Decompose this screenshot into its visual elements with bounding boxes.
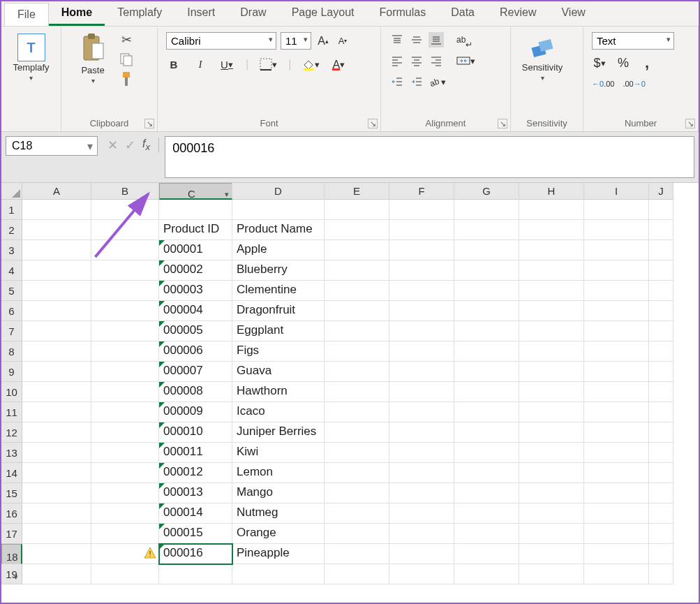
warning-icon[interactable]: ! [144, 547, 156, 559]
cell[interactable] [649, 260, 673, 281]
cell[interactable] [22, 564, 91, 584]
cell[interactable] [454, 321, 519, 341]
align-right-button[interactable] [429, 53, 444, 68]
decrease-indent-button[interactable] [389, 74, 405, 89]
cell[interactable] [519, 483, 584, 503]
cell[interactable]: 000015 [159, 524, 232, 544]
cell[interactable]: 000007 [159, 362, 232, 382]
cell[interactable] [91, 362, 159, 382]
cell[interactable] [232, 200, 325, 220]
decrease-font-icon[interactable]: A▾ [335, 34, 350, 49]
cell[interactable] [584, 524, 649, 544]
cell[interactable] [649, 443, 673, 463]
cell[interactable] [325, 463, 389, 483]
cell[interactable] [22, 503, 91, 524]
cell[interactable] [454, 220, 519, 240]
row-header-13[interactable]: 13 [1, 443, 22, 463]
cell[interactable] [389, 200, 454, 220]
cell[interactable]: 000006 [159, 341, 232, 362]
cell[interactable] [454, 422, 519, 443]
cell[interactable] [649, 544, 673, 564]
cell[interactable] [584, 321, 649, 341]
clipboard-dialog-launcher[interactable]: ↘ [144, 119, 154, 128]
cell[interactable] [519, 281, 584, 301]
cell[interactable] [325, 281, 389, 301]
cell[interactable] [584, 281, 649, 301]
tab-home[interactable]: Home [49, 1, 105, 26]
cell[interactable] [325, 260, 389, 281]
cell[interactable] [649, 301, 673, 321]
cell[interactable] [519, 341, 584, 362]
row-header-11[interactable]: 11 [1, 402, 22, 422]
cell[interactable] [389, 281, 454, 301]
cell[interactable] [22, 200, 91, 220]
cell[interactable] [454, 524, 519, 544]
cell[interactable]: Clementine [232, 281, 325, 301]
cell[interactable] [91, 524, 159, 544]
cell[interactable] [91, 483, 159, 503]
cell[interactable]: 000005 [159, 321, 232, 341]
cell[interactable] [649, 220, 673, 240]
bold-button[interactable]: B [166, 57, 181, 72]
cell[interactable] [91, 402, 159, 422]
cell[interactable]: Guava [232, 362, 325, 382]
cell[interactable] [22, 321, 91, 341]
cell[interactable] [22, 483, 91, 503]
cell[interactable]: 000012 [159, 463, 232, 483]
cell[interactable] [91, 200, 159, 220]
font-size-select[interactable]: 11 [281, 32, 311, 50]
formula-input[interactable]: 000016 [165, 136, 694, 178]
orientation-button[interactable]: ab ▾ [429, 74, 446, 89]
cell[interactable] [454, 564, 519, 584]
cell[interactable] [519, 362, 584, 382]
paste-button[interactable]: Paste ▾ [68, 31, 117, 87]
cell[interactable] [649, 382, 673, 402]
cell[interactable] [649, 524, 673, 544]
cell[interactable] [584, 422, 649, 443]
cell[interactable]: 000011 [159, 443, 232, 463]
cell[interactable] [325, 564, 389, 584]
cell[interactable] [454, 281, 519, 301]
row-header-1[interactable]: 1 [1, 200, 22, 220]
row-header-12[interactable]: 12 [1, 422, 22, 443]
cell[interactable] [389, 443, 454, 463]
cell[interactable] [584, 362, 649, 382]
cell[interactable] [649, 321, 673, 341]
cell[interactable] [22, 382, 91, 402]
row-header-9[interactable]: 9 [1, 362, 22, 382]
cell[interactable] [22, 281, 91, 301]
align-center-button[interactable] [409, 53, 424, 68]
cell[interactable]: Figs [232, 341, 325, 362]
cell[interactable]: 000004 [159, 301, 232, 321]
cell[interactable]: Apple [232, 240, 325, 260]
cell[interactable]: 000002 [159, 260, 232, 281]
cell[interactable]: Icaco [232, 402, 325, 422]
cell[interactable] [325, 341, 389, 362]
cell[interactable] [649, 422, 673, 443]
cell[interactable] [91, 564, 159, 584]
cell[interactable]: Orange [232, 524, 325, 544]
cell[interactable] [519, 524, 584, 544]
cell[interactable] [584, 382, 649, 402]
cell[interactable] [389, 503, 454, 524]
cell[interactable] [325, 402, 389, 422]
select-all-corner[interactable] [1, 183, 22, 200]
cell[interactable] [649, 200, 673, 220]
cell[interactable] [325, 503, 389, 524]
cell[interactable]: Product Name [232, 220, 325, 240]
merge-button[interactable]: ▾ [456, 53, 475, 68]
col-header-c[interactable]: C [159, 183, 232, 200]
percent-button[interactable]: % [616, 55, 631, 71]
cell[interactable] [91, 240, 159, 260]
align-left-button[interactable] [389, 53, 405, 68]
cell[interactable]: Nutmeg [232, 503, 325, 524]
sensitivity-button[interactable]: Sensitivity ▾ [518, 31, 567, 84]
wrap-text-button[interactable]: ab↵ [456, 32, 472, 47]
cell[interactable] [519, 463, 584, 483]
cell[interactable]: Product ID [159, 220, 232, 240]
name-box[interactable]: C18 [6, 136, 98, 156]
cell[interactable] [389, 402, 454, 422]
cell[interactable]: Juniper Berries [232, 422, 325, 443]
fill-color-button[interactable]: ▾ [302, 57, 320, 72]
col-header-f[interactable]: F [389, 183, 454, 200]
